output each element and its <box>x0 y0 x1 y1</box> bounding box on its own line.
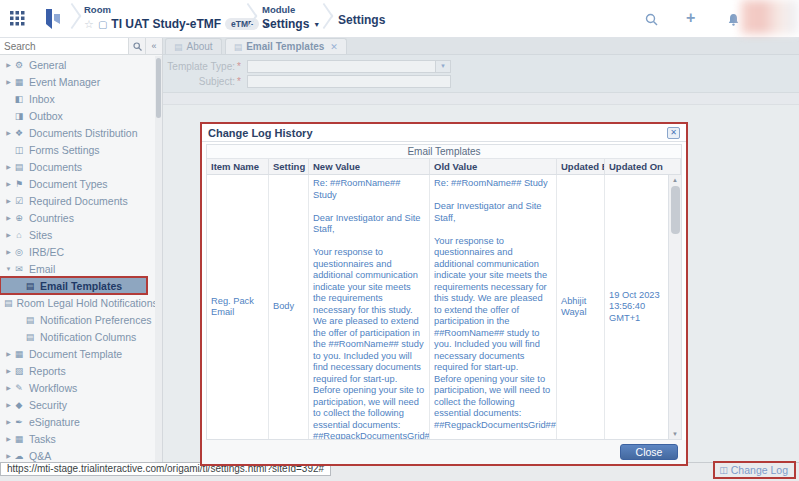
sites-icon: ⌂ <box>13 230 25 240</box>
sidebar-item-outbox[interactable]: ◨Outbox <box>0 107 155 124</box>
column-header-setting[interactable]: Setting <box>269 159 309 174</box>
chevron-right-icon: ▶ <box>4 248 13 255</box>
forms-icon: ◫ <box>13 145 25 155</box>
calendar-icon: ▦ <box>13 77 25 87</box>
cell-item-name: Reg. Pack Email <box>207 175 269 439</box>
document-icon: ▤ <box>24 332 36 342</box>
sidebar-item-reports[interactable]: ▶▨Reports <box>0 362 155 379</box>
chat-icon: ☁ <box>13 451 25 461</box>
sidebar-item-required-documents[interactable]: ▶☑Required Documents <box>0 192 155 209</box>
chevron-right-icon: ▶ <box>4 367 13 374</box>
sidebar-scrollbar[interactable] <box>155 56 162 462</box>
sidebar-item-sites[interactable]: ▶⌂Sites <box>0 226 155 243</box>
scroll-down-icon[interactable]: ▼ <box>672 429 678 439</box>
table-row[interactable]: Reg. Pack Email Body Re: ##RoomName## St… <box>207 175 681 439</box>
module-selector[interactable]: Settings ▼ <box>262 17 320 31</box>
pen-icon: ✎ <box>13 383 25 393</box>
change-log-table: Email Templates Item Name Setting New Va… <box>206 144 682 440</box>
notifications-icon[interactable] <box>727 12 740 30</box>
search-icon[interactable] <box>645 12 658 30</box>
settings-tree: ▶⚙General ▶▦Event Manager ◧Inbox ◨Outbox… <box>0 56 155 462</box>
collapse-sidebar-icon[interactable]: « <box>145 38 162 54</box>
document-icon: ▤ <box>24 281 36 291</box>
top-header: Room ☆ ▢ TI UAT Study-eTMF eTMF ▼ Module… <box>0 0 799 38</box>
sidebar-item-countries[interactable]: ▶⊕Countries <box>0 209 155 226</box>
change-log-button[interactable]: ◫ Change Log <box>713 461 796 479</box>
sidebar-search-bar: « <box>0 38 162 55</box>
column-header-updated-by[interactable]: Updated By <box>557 159 605 174</box>
scrollbar-thumb[interactable] <box>156 58 161 118</box>
cell-updated-on: 19 Oct 2023 13:56:40 GMT+1 <box>605 175 668 439</box>
tag-icon: ⚑ <box>13 179 25 189</box>
chevron-right-icon: ▶ <box>4 78 13 85</box>
sidebar-item-document-types[interactable]: ▶⚑Document Types <box>0 175 155 192</box>
chevron-right-icon: ▶ <box>4 401 13 408</box>
cell-setting: Body <box>269 175 309 439</box>
distribution-icon: ❖ <box>13 128 25 138</box>
breadcrumb-module: Module Settings ▼ <box>262 4 320 31</box>
chevron-right-icon: ▶ <box>4 452 13 459</box>
sidebar-item-qa[interactable]: ▶☁Q&A <box>0 447 155 462</box>
sidebar-item-inbox[interactable]: ◧Inbox <box>0 90 155 107</box>
sidebar-item-notification-columns[interactable]: ▤Notification Columns <box>0 328 155 345</box>
sidebar-item-esignature[interactable]: ▶✒eSignature <box>0 413 155 430</box>
irb-icon: ◎ <box>13 247 25 257</box>
sidebar-item-security[interactable]: ▶◆Security <box>0 396 155 413</box>
sidebar-item-documents[interactable]: ▶▤Documents <box>0 158 155 175</box>
room-icon: ▢ <box>98 19 107 30</box>
chevron-down-icon: ▼ <box>4 266 13 272</box>
sidebar-item-documents-distribution[interactable]: ▶❖Documents Distribution <box>0 124 155 141</box>
column-header-old-value[interactable]: Old Value <box>430 159 557 174</box>
chart-icon: ▨ <box>13 366 25 376</box>
globe-icon: ⊕ <box>13 213 25 223</box>
dialog-footer: Close <box>202 440 686 464</box>
add-icon[interactable]: + <box>686 11 695 24</box>
sidebar-item-email-templates[interactable]: ▤Email Templates <box>0 277 147 294</box>
chevron-right-icon: ▶ <box>4 435 13 442</box>
dialog-close-icon[interactable]: ✕ <box>667 127 680 139</box>
required-documents-icon: ☑ <box>13 196 25 206</box>
sidebar-item-irb-ec[interactable]: ▶◎IRB/EC <box>0 243 155 260</box>
chevron-right-icon: ▶ <box>4 180 13 187</box>
sidebar-item-forms-settings[interactable]: ◫Forms Settings <box>0 141 155 158</box>
key-icon: ◆ <box>13 400 25 410</box>
table-icon: ▦ <box>13 349 25 359</box>
outbox-icon: ◨ <box>13 111 25 121</box>
signature-icon: ✒ <box>13 417 25 427</box>
star-icon[interactable]: ☆ <box>84 18 94 31</box>
chevron-right-icon: ▶ <box>4 129 13 136</box>
sidebar-item-notification-preferences[interactable]: ▤Notification Preferences <box>0 311 155 328</box>
sidebar-item-event-manager[interactable]: ▶▦Event Manager <box>0 73 155 90</box>
chevron-right-icon: ▶ <box>4 384 13 391</box>
dialog-title: Change Log History <box>208 127 313 139</box>
sidebar-item-room-legal-hold-notifications[interactable]: ▤Room Legal Hold Notifications <box>0 294 155 311</box>
search-go-icon[interactable] <box>128 38 145 54</box>
column-header-item-name[interactable]: Item Name <box>207 159 269 174</box>
sidebar-item-email[interactable]: ▼✉Email <box>0 260 155 277</box>
sidebar-item-workflows[interactable]: ▶✎Workflows <box>0 379 155 396</box>
search-input[interactable] <box>0 38 128 54</box>
gear-icon: ⚙ <box>13 60 25 70</box>
module-label: Module <box>262 4 320 15</box>
chevron-right-icon: ▶ <box>4 197 13 204</box>
table-scrollbar[interactable]: ▲ ▼ <box>668 175 681 439</box>
chevron-right-icon: ▶ <box>4 418 13 425</box>
document-icon: ▤ <box>24 315 36 325</box>
sidebar-item-general[interactable]: ▶⚙General <box>0 56 155 73</box>
room-name: TI UAT Study-eTMF <box>111 17 221 31</box>
sidebar-item-document-template[interactable]: ▶▦Document Template <box>0 345 155 362</box>
column-header-new-value[interactable]: New Value <box>309 159 430 174</box>
settings-sidebar: « ▶⚙General ▶▦Event Manager ◧Inbox ◨Outb… <box>0 38 163 462</box>
scroll-up-icon[interactable]: ▲ <box>672 175 678 185</box>
cell-updated-by: Abhijit Wayal <box>557 175 605 439</box>
inbox-icon: ◧ <box>13 94 25 104</box>
scrollbar-thumb[interactable] <box>671 186 680 234</box>
documents-icon: ▤ <box>13 162 25 172</box>
close-button[interactable]: Close <box>620 444 678 460</box>
sidebar-item-tasks[interactable]: ▶▦Tasks <box>0 430 155 447</box>
apps-grid-icon[interactable] <box>10 11 25 30</box>
tasks-icon: ▦ <box>13 434 25 444</box>
user-avatar-blurred[interactable] <box>741 0 799 34</box>
cell-old-value: Re: ##RoomName## Study Dear Investigator… <box>430 175 557 439</box>
column-header-updated-on[interactable]: Updated On <box>605 159 681 174</box>
